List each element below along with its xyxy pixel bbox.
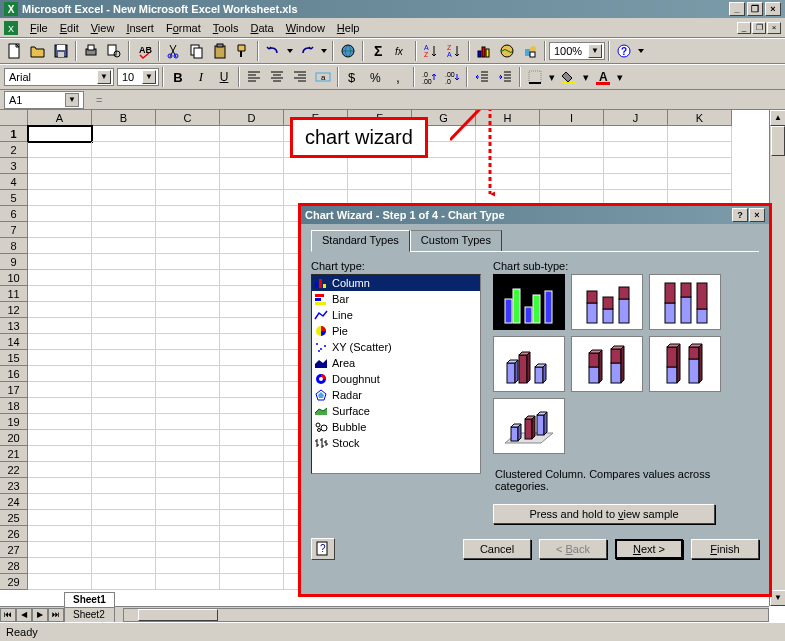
chart-type-radar[interactable]: Radar bbox=[312, 387, 480, 403]
chart-subtype-2[interactable] bbox=[649, 274, 721, 330]
percent-icon[interactable]: % bbox=[365, 66, 387, 88]
cell[interactable] bbox=[220, 126, 284, 142]
horizontal-scrollbar[interactable] bbox=[123, 608, 769, 622]
cell[interactable] bbox=[156, 542, 220, 558]
cell[interactable] bbox=[92, 254, 156, 270]
cell[interactable] bbox=[28, 302, 92, 318]
cell[interactable] bbox=[348, 158, 412, 174]
map-icon[interactable] bbox=[496, 40, 518, 62]
row-header[interactable]: 4 bbox=[0, 174, 28, 190]
cell[interactable] bbox=[28, 382, 92, 398]
cell[interactable] bbox=[220, 302, 284, 318]
chart-type-stock[interactable]: Stock bbox=[312, 435, 480, 451]
sort-asc-icon[interactable]: AZ bbox=[420, 40, 442, 62]
cell[interactable] bbox=[540, 126, 604, 142]
cell[interactable] bbox=[28, 142, 92, 158]
cell[interactable] bbox=[92, 222, 156, 238]
cell[interactable] bbox=[92, 126, 156, 142]
formula-equals[interactable]: = bbox=[96, 94, 102, 106]
close-button[interactable]: × bbox=[765, 2, 781, 16]
cell[interactable] bbox=[28, 542, 92, 558]
row-header[interactable]: 25 bbox=[0, 510, 28, 526]
cell[interactable] bbox=[476, 142, 540, 158]
cell[interactable] bbox=[28, 126, 92, 142]
row-header[interactable]: 24 bbox=[0, 494, 28, 510]
chart-subtype-4[interactable] bbox=[571, 336, 643, 392]
print-icon[interactable] bbox=[80, 40, 102, 62]
cell[interactable] bbox=[28, 494, 92, 510]
cell[interactable] bbox=[156, 174, 220, 190]
row-header[interactable]: 6 bbox=[0, 206, 28, 222]
doc-restore-button[interactable]: ❐ bbox=[752, 22, 766, 34]
row-header[interactable]: 20 bbox=[0, 430, 28, 446]
spellcheck-icon[interactable]: ABC bbox=[133, 40, 155, 62]
cell[interactable] bbox=[156, 382, 220, 398]
row-header[interactable]: 8 bbox=[0, 238, 28, 254]
cell[interactable] bbox=[92, 366, 156, 382]
cell[interactable] bbox=[668, 158, 732, 174]
row-header[interactable]: 29 bbox=[0, 574, 28, 590]
cell[interactable] bbox=[92, 542, 156, 558]
cell[interactable] bbox=[156, 126, 220, 142]
doc-close-button[interactable]: × bbox=[767, 22, 781, 34]
cell[interactable] bbox=[156, 526, 220, 542]
cell[interactable] bbox=[156, 574, 220, 590]
cell[interactable] bbox=[220, 334, 284, 350]
cell[interactable] bbox=[220, 222, 284, 238]
sheet-tab-sheet1[interactable]: Sheet1 bbox=[64, 592, 115, 607]
cell[interactable] bbox=[156, 366, 220, 382]
dropdown-arrow-icon[interactable] bbox=[319, 40, 329, 62]
dropdown-arrow-icon[interactable]: ▾ bbox=[581, 66, 591, 88]
menu-insert[interactable]: Insert bbox=[120, 21, 160, 35]
cell[interactable] bbox=[92, 414, 156, 430]
cell[interactable] bbox=[668, 126, 732, 142]
menu-edit[interactable]: Edit bbox=[54, 21, 85, 35]
row-header[interactable]: 17 bbox=[0, 382, 28, 398]
cell[interactable] bbox=[156, 222, 220, 238]
name-box[interactable]: A1 ▼ bbox=[4, 91, 84, 109]
currency-icon[interactable]: $ bbox=[342, 66, 364, 88]
cell[interactable] bbox=[156, 238, 220, 254]
cell[interactable] bbox=[156, 334, 220, 350]
cell[interactable] bbox=[92, 574, 156, 590]
cell[interactable] bbox=[28, 206, 92, 222]
align-right-icon[interactable] bbox=[289, 66, 311, 88]
cell[interactable] bbox=[220, 270, 284, 286]
cell[interactable] bbox=[92, 446, 156, 462]
cell[interactable] bbox=[220, 542, 284, 558]
column-header[interactable]: H bbox=[476, 110, 540, 126]
dialog-close-button[interactable]: × bbox=[749, 208, 765, 222]
chart-subtype-6[interactable] bbox=[493, 398, 565, 454]
function-icon[interactable]: fx bbox=[390, 40, 412, 62]
cell[interactable] bbox=[156, 270, 220, 286]
tab-standard-types[interactable]: Standard Types bbox=[311, 230, 410, 252]
column-header[interactable]: D bbox=[220, 110, 284, 126]
minimize-button[interactable]: _ bbox=[729, 2, 745, 16]
align-center-icon[interactable] bbox=[266, 66, 288, 88]
view-sample-button[interactable]: Press and hold to view sample bbox=[493, 504, 715, 524]
cell[interactable] bbox=[156, 286, 220, 302]
cell[interactable] bbox=[28, 478, 92, 494]
cell[interactable] bbox=[156, 206, 220, 222]
cell[interactable] bbox=[156, 142, 220, 158]
cell[interactable] bbox=[604, 158, 668, 174]
scroll-thumb[interactable] bbox=[771, 126, 785, 156]
menu-format[interactable]: Format bbox=[160, 21, 207, 35]
cell[interactable] bbox=[92, 382, 156, 398]
cell[interactable] bbox=[92, 238, 156, 254]
column-header[interactable]: A bbox=[28, 110, 92, 126]
cell[interactable] bbox=[220, 238, 284, 254]
cell[interactable] bbox=[604, 142, 668, 158]
cell[interactable] bbox=[92, 430, 156, 446]
cell[interactable] bbox=[92, 270, 156, 286]
font-color-icon[interactable]: A bbox=[592, 66, 614, 88]
chart-subtype-5[interactable] bbox=[649, 336, 721, 392]
cell[interactable] bbox=[28, 270, 92, 286]
cell[interactable] bbox=[92, 286, 156, 302]
chevron-down-icon[interactable]: ▼ bbox=[588, 44, 602, 58]
dropdown-arrow-icon[interactable]: ▾ bbox=[615, 66, 625, 88]
cell[interactable] bbox=[156, 446, 220, 462]
cell[interactable] bbox=[540, 158, 604, 174]
menu-data[interactable]: Data bbox=[244, 21, 279, 35]
tab-next-button[interactable]: ▶ bbox=[32, 608, 48, 622]
